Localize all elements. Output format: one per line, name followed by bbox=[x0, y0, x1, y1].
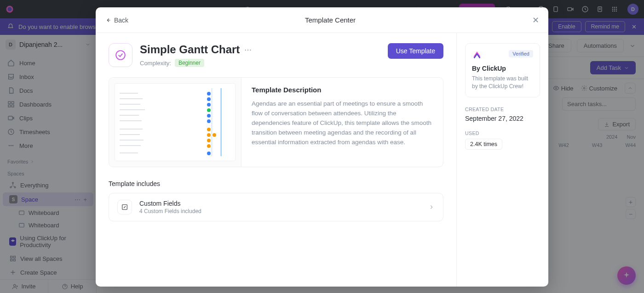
use-template-button[interactable]: Use Template bbox=[388, 43, 443, 59]
author-card: Verified By ClickUp This template was bu… bbox=[465, 43, 540, 97]
complexity-label: Complexity: bbox=[140, 60, 171, 67]
arrow-left-icon bbox=[105, 17, 111, 23]
template-more-button[interactable]: ⋯ bbox=[244, 45, 252, 54]
author-blurb: This template was built by the ClickUp C… bbox=[472, 75, 533, 90]
modal-overlay[interactable]: Back Template Center ✕ Simple Gantt Char… bbox=[0, 0, 644, 293]
template-preview-thumb bbox=[109, 78, 242, 167]
chevron-right-icon bbox=[428, 204, 435, 210]
template-name: Simple Gantt Chart bbox=[140, 43, 240, 56]
close-button[interactable]: ✕ bbox=[532, 15, 539, 25]
include-title: Custom Fields bbox=[139, 200, 201, 207]
used-value: 2.4K times bbox=[465, 139, 502, 150]
template-type-icon bbox=[109, 43, 132, 67]
template-center-modal: Back Template Center ✕ Simple Gantt Char… bbox=[96, 7, 548, 287]
back-label: Back bbox=[114, 17, 128, 24]
edit-square-icon bbox=[121, 203, 128, 211]
description-heading: Template Description bbox=[252, 86, 433, 94]
modal-sidebar: Verified By ClickUp This template was bu… bbox=[456, 33, 548, 287]
used-label: USED bbox=[465, 130, 540, 136]
back-button[interactable]: Back bbox=[105, 17, 128, 24]
include-subtitle: 4 Custom Fields included bbox=[139, 208, 201, 214]
created-date-value: September 27, 2022 bbox=[465, 115, 540, 122]
modal-title: Template Center bbox=[128, 16, 532, 24]
includes-heading: Template includes bbox=[109, 180, 443, 187]
description-card: Template Description Agendas are an esse… bbox=[109, 77, 443, 167]
created-date-label: CREATED DATE bbox=[465, 107, 540, 112]
modal-header: Back Template Center ✕ bbox=[96, 7, 548, 33]
description-body: Agendas are an essential part of meeting… bbox=[252, 99, 433, 147]
author-name: By ClickUp bbox=[472, 65, 533, 72]
clickup-logo-icon bbox=[472, 50, 482, 60]
check-circle-icon bbox=[115, 49, 126, 61]
include-custom-fields[interactable]: Custom Fields 4 Custom Fields included bbox=[109, 193, 443, 221]
custom-fields-icon bbox=[117, 200, 132, 214]
verified-badge: Verified bbox=[509, 50, 533, 57]
svg-point-40 bbox=[116, 51, 125, 60]
complexity-badge: Beginner bbox=[175, 59, 204, 67]
